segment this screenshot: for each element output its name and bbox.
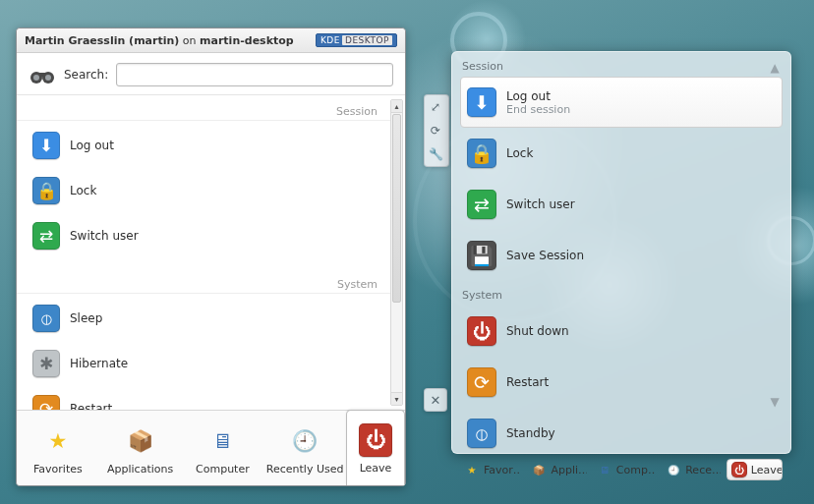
item-sublabel: End session (506, 103, 570, 116)
kickoff-tab-favorites[interactable]: ★Favorites (17, 411, 99, 485)
clock-icon: 🕘 (666, 462, 681, 477)
item-label: Log out (70, 139, 114, 152)
star-icon: ★ (41, 424, 75, 458)
plasma-tab-leave[interactable]: ⏻Leave (727, 459, 783, 480)
user-host-label: Martin Graesslin (martin) on martin-desk… (25, 34, 294, 47)
item-label: Hibernate (70, 357, 128, 370)
plasma-session-item-switch-user[interactable]: ⇄Switch user (460, 179, 783, 230)
scroll-up-icon[interactable]: ▴ (391, 100, 402, 113)
plasma-section-system: System (452, 281, 790, 306)
restart-orange-icon: ⟳ (467, 367, 496, 397)
close-widget-button[interactable]: ✕ (424, 388, 447, 412)
tab-label: Recently Used (266, 463, 344, 476)
plasma-tab-appli[interactable]: 📦Appli… (527, 460, 586, 479)
binoculars-icon (29, 63, 56, 86)
plasma-tab-rece[interactable]: 🕘Rece… (662, 460, 721, 479)
tool-wrench-icon[interactable]: 🔧 (425, 142, 446, 166)
kickoff-session-item-switch-user[interactable]: ⇄Switch user (17, 213, 391, 258)
plasma-leave-widget: ▲ Session ⬇Log outEnd session🔒Lock⇄Switc… (451, 51, 791, 454)
apps-icon: 📦 (124, 424, 157, 458)
item-label: Standby (506, 426, 555, 440)
item-label: Restart (70, 402, 112, 410)
sleep-blue-icon: ⦶ (467, 419, 496, 448)
section-header-system: System (17, 272, 391, 294)
power-red-icon: ⏻ (731, 462, 747, 477)
plasma-system-item-standby[interactable]: ⦶Standby (460, 408, 783, 459)
plasma-tab-comp[interactable]: 🖥Comp… (593, 460, 656, 479)
item-label: Save Session (506, 249, 584, 262)
kickoff-tab-leave[interactable]: ⏻Leave (346, 410, 405, 485)
floppy-grey-icon: 💾 (467, 241, 496, 270)
plasma-section-session: Session (452, 52, 790, 77)
plasma-tool-column: ⤢ ⟳ 🔧 (424, 94, 449, 167)
svg-rect-4 (39, 73, 45, 77)
switch-green-icon: ⇄ (467, 190, 496, 219)
scroll-up-arrow-icon[interactable]: ▲ (767, 60, 783, 76)
kickoff-tab-applications[interactable]: 📦Applications (99, 411, 182, 485)
scroll-down-icon[interactable]: ▾ (391, 392, 402, 405)
monitor-icon: 🖥 (205, 424, 239, 458)
kickoff-header: Martin Graesslin (martin) on martin-desk… (17, 28, 405, 53)
item-label: Shut down (506, 324, 569, 338)
search-row: Search: (17, 53, 405, 94)
plasma-session-item-save-session[interactable]: 💾Save Session (460, 230, 783, 281)
scrollbar[interactable]: ▴ ▾ (390, 99, 403, 406)
kickoff-tabs: ★Favorites📦Applications🖥Computer🕘Recentl… (17, 410, 405, 485)
search-input[interactable] (116, 63, 393, 86)
star-icon: ★ (464, 462, 480, 477)
hibernate-grey-icon: ✱ (32, 350, 60, 377)
tool-rotate-icon[interactable]: ⟳ (425, 119, 446, 142)
item-label: Switch user (506, 197, 575, 211)
tab-label: Favorites (33, 463, 83, 476)
tab-label: Appli… (551, 464, 586, 476)
tab-label: Leave (360, 462, 392, 475)
item-label: Restart (506, 375, 549, 389)
plasma-tab-favor[interactable]: ★Favor… (460, 460, 521, 479)
kickoff-tab-computer[interactable]: 🖥Computer (182, 411, 264, 485)
power-red-icon: ⏻ (467, 316, 496, 346)
arrow-down-blue-icon: ⬇ (467, 87, 496, 117)
kickoff-list-scroll: Session ⬇Log out🔒Lock⇄Switch user System… (17, 95, 391, 410)
scroll-thumb[interactable] (392, 114, 401, 303)
section-header-session: Session (17, 99, 391, 121)
tool-expand-icon[interactable]: ⤢ (425, 95, 446, 119)
sleep-blue-icon: ⦶ (32, 305, 60, 332)
kickoff-session-item-log-out[interactable]: ⬇Log out (17, 123, 391, 168)
restart-orange-icon: ⟳ (32, 395, 60, 410)
apps-icon: 📦 (531, 462, 547, 477)
kickoff-system-item-restart[interactable]: ⟳Restart (17, 386, 391, 410)
item-label: Lock (506, 146, 533, 160)
kickoff-launcher: Martin Graesslin (martin) on martin-desk… (16, 28, 406, 486)
tab-label: Favor… (484, 464, 521, 476)
kickoff-tab-recently-used[interactable]: 🕘Recently Used (263, 411, 346, 485)
search-label: Search: (64, 68, 108, 82)
arrow-down-blue-icon: ⬇ (32, 132, 60, 159)
tab-label: Comp… (616, 464, 656, 476)
tab-label: Rece… (685, 464, 721, 476)
kickoff-session-item-lock[interactable]: 🔒Lock (17, 168, 391, 213)
item-label: Lock (70, 184, 96, 197)
svg-point-3 (45, 75, 51, 81)
lock-blue-icon: 🔒 (467, 139, 496, 168)
kickoff-system-item-hibernate[interactable]: ✱Hibernate (17, 341, 391, 386)
svg-point-2 (33, 75, 39, 81)
plasma-system-item-restart[interactable]: ⟳Restart (460, 357, 783, 408)
plasma-system-item-shut-down[interactable]: ⏻Shut down (460, 306, 783, 357)
item-label: Switch user (70, 229, 139, 243)
switch-green-icon: ⇄ (32, 222, 60, 250)
tab-label: Leave (751, 464, 783, 476)
plasma-session-item-log-out[interactable]: ⬇Log outEnd session (460, 77, 783, 128)
tab-label: Applications (107, 463, 173, 476)
plasma-session-item-lock[interactable]: 🔒Lock (460, 128, 783, 179)
scroll-down-arrow-icon[interactable]: ▼ (767, 394, 783, 410)
kickoff-list-area: Session ⬇Log out🔒Lock⇄Switch user System… (17, 94, 405, 410)
kickoff-system-item-sleep[interactable]: ⦶Sleep (17, 296, 391, 341)
item-label: Log out (506, 89, 570, 103)
monitor-icon: 🖥 (597, 462, 612, 477)
plasma-tabs: ★Favor…📦Appli…🖥Comp…🕘Rece…⏻Leave (452, 459, 790, 488)
power-red-icon: ⏻ (359, 423, 392, 457)
tab-label: Computer (196, 463, 250, 476)
lock-blue-icon: 🔒 (32, 177, 60, 204)
item-label: Sleep (70, 311, 102, 325)
kde-desktop-badge: KDEDESKTOP (316, 33, 397, 47)
